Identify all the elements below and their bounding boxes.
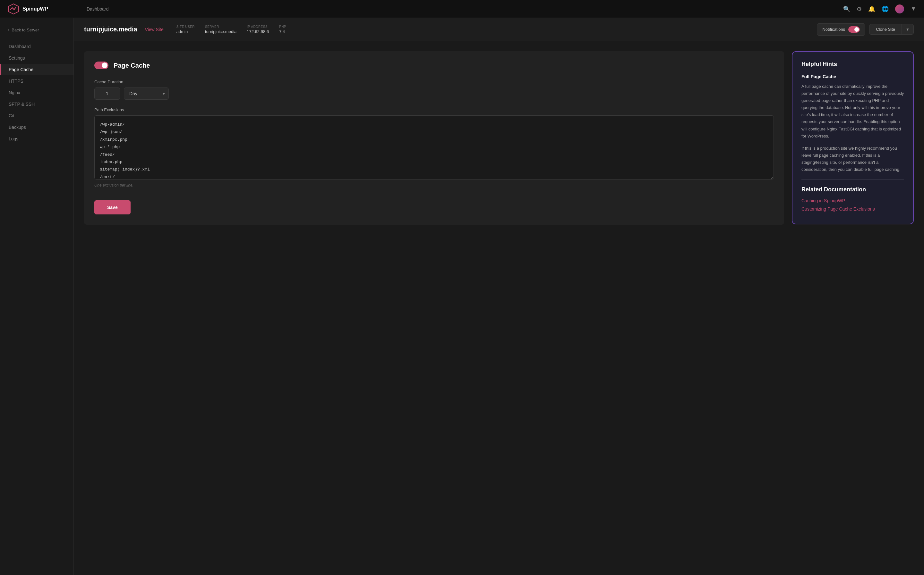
site-user-meta: SITE USER admin — [177, 25, 195, 34]
nav-right-icons: 🔍 ⚙ 🔔 🌐 ▼ — [843, 5, 916, 13]
search-icon[interactable]: 🔍 — [843, 5, 850, 13]
chevron-down-icon[interactable]: ▼ — [911, 5, 916, 12]
bell-icon[interactable]: 🔔 — [868, 5, 875, 13]
cache-duration-group: Cache Duration Day Hour Minute — [94, 79, 774, 100]
duration-row: Day Hour Minute — [94, 87, 774, 100]
server-label: SERVER — [205, 25, 236, 29]
logo-text: SpinupWP — [22, 6, 48, 12]
ip-label: IP ADDRESS — [247, 25, 269, 29]
notifications-label: Notifications — [822, 27, 845, 32]
sidebar-item-nginx[interactable]: Nginx — [0, 87, 73, 98]
clone-site-button[interactable]: Clone Site ▼ — [869, 24, 914, 35]
sidebar-sftp-label: SFTP & SSH — [9, 102, 35, 107]
php-label: PHP — [279, 25, 286, 29]
related-docs-title: Related Documentation — [801, 186, 904, 193]
sidebar-git-label: Git — [9, 113, 14, 118]
top-navigation: SpinupWP Dashboard 🔍 ⚙ 🔔 🌐 ▼ — [0, 0, 924, 18]
sidebar-https-label: HTTPS — [9, 78, 24, 84]
cache-duration-select[interactable]: Day Hour Minute — [124, 87, 169, 100]
nav-center: Dashboard — [81, 6, 843, 11]
save-button[interactable]: Save — [94, 200, 131, 214]
server-meta: SERVER turnipjuice.media — [205, 25, 236, 34]
hints-panel: Helpful Hints Full Page Cache A full pag… — [792, 51, 914, 224]
header-actions: Notifications Clone Site ▼ — [817, 24, 914, 36]
sidebar-logs-label: Logs — [9, 136, 18, 141]
sidebar-backups-label: Backups — [9, 125, 26, 130]
cache-duration-input[interactable] — [94, 87, 120, 100]
path-exclusions-textarea[interactable]: /wp-admin/ /wp-json/ /xmlrpc.php wp-*.ph… — [94, 115, 774, 179]
site-name: turnipjuice.media — [84, 25, 137, 33]
hints-subtitle: Full Page Cache — [801, 74, 904, 79]
card-header: Page Cache — [94, 62, 774, 69]
duration-unit-wrapper: Day Hour Minute — [124, 87, 169, 100]
sidebar-item-backups[interactable]: Backups — [0, 121, 73, 133]
sidebar-settings-label: Settings — [9, 56, 25, 60]
main-content: Page Cache Cache Duration Day Hour Minut… — [74, 41, 924, 575]
sidebar-item-settings[interactable]: Settings — [0, 52, 73, 64]
sidebar-page-cache-label: Page Cache — [9, 67, 33, 72]
page-cache-card: Page Cache Cache Duration Day Hour Minut… — [84, 51, 784, 225]
chevron-left-icon: ‹ — [8, 27, 9, 32]
sidebar-item-git[interactable]: Git — [0, 110, 73, 121]
sidebar-dashboard-label: Dashboard — [9, 44, 31, 49]
globe-icon[interactable]: 🌐 — [882, 5, 889, 13]
hints-body-1: A full page cache can dramatically impro… — [801, 83, 904, 140]
ip-value: 172.62.98.6 — [247, 29, 269, 34]
spinupwp-logo-icon — [8, 3, 19, 15]
hints-title: Helpful Hints — [801, 61, 904, 68]
php-meta: PHP 7.4 — [279, 25, 286, 34]
hints-divider — [801, 179, 904, 180]
sidebar: ‹ Back to Server Dashboard Settings Page… — [0, 18, 74, 575]
back-to-server-link[interactable]: ‹ Back to Server — [0, 24, 73, 36]
site-user-label: SITE USER — [177, 25, 195, 29]
sidebar-item-https[interactable]: HTTPS — [0, 75, 73, 87]
sidebar-item-sftp-ssh[interactable]: SFTP & SSH — [0, 98, 73, 110]
server-value: turnipjuice.media — [205, 29, 236, 34]
avatar[interactable] — [895, 5, 904, 13]
sidebar-item-dashboard[interactable]: Dashboard — [0, 41, 73, 52]
sidebar-nginx-label: Nginx — [9, 90, 20, 95]
site-user-value: admin — [177, 29, 195, 34]
page-cache-toggle[interactable] — [94, 62, 108, 69]
doc-link-cache-exclusions[interactable]: Customizing Page Cache Exclusions — [801, 206, 904, 211]
dashboard-nav-link[interactable]: Dashboard — [87, 6, 109, 11]
view-site-link[interactable]: View Site — [145, 27, 164, 32]
page-cache-title: Page Cache — [113, 62, 150, 69]
path-exclusions-label: Path Exclusions — [94, 107, 774, 112]
logo-area: SpinupWP — [8, 3, 81, 15]
doc-link-caching[interactable]: Caching in SpinupWP — [801, 198, 904, 203]
clone-site-label: Clone Site — [870, 24, 902, 34]
notifications-toggle[interactable] — [848, 26, 860, 33]
clone-site-dropdown-arrow[interactable]: ▼ — [902, 25, 913, 34]
ip-address-meta: IP ADDRESS 172.62.98.6 — [247, 25, 269, 34]
sidebar-item-page-cache[interactable]: Page Cache — [0, 64, 73, 75]
site-meta: SITE USER admin SERVER turnipjuice.media… — [177, 25, 809, 34]
site-header: turnipjuice.media View Site SITE USER ad… — [74, 18, 924, 41]
hints-body-2: If this is a production site we highly r… — [801, 145, 904, 173]
back-to-server-label: Back to Server — [11, 27, 39, 32]
path-exclusions-group: Path Exclusions /wp-admin/ /wp-json/ /xm… — [94, 107, 774, 187]
cache-duration-label: Cache Duration — [94, 79, 774, 84]
exclusions-hint: One exclusion per line. — [94, 183, 774, 187]
sidebar-item-logs[interactable]: Logs — [0, 133, 73, 145]
settings-icon[interactable]: ⚙ — [857, 5, 862, 13]
php-value: 7.4 — [279, 29, 286, 34]
notifications-button[interactable]: Notifications — [817, 24, 865, 36]
